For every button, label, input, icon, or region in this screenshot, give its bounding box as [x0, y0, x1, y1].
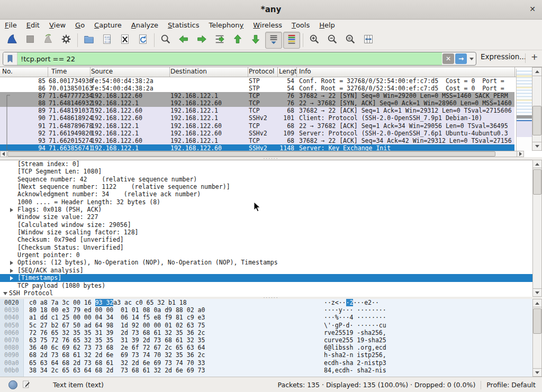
- hex-bytes[interactable]: 5c 27 b2 67 50 ad 64 98 1d 92 00 00 01 0…: [29, 322, 205, 329]
- menu-go[interactable]: Go: [70, 20, 89, 31]
- filter-bookmark-icon[interactable]: [3, 52, 17, 65]
- expand-arrow-icon[interactable]: [10, 276, 13, 280]
- hex-row-0020[interactable]: 0020c0 a8 7a 3c 00 16 93 32 85 a3 ac c0 …: [0, 299, 542, 306]
- status-profile[interactable]: Profile: Default: [486, 381, 536, 389]
- zoom-original-button[interactable]: [342, 32, 359, 49]
- restart-capture-button[interactable]: [40, 32, 57, 49]
- packet-row-85[interactable]: 8568.001734936fe:54:00:d4:38:2aSTP54Conf…: [0, 77, 514, 85]
- menu-statistics[interactable]: Statistics: [163, 20, 204, 31]
- open-file-button[interactable]: [80, 32, 97, 49]
- hex-bytes[interactable]: 80 18 00 e3 79 ed 00 00 01 01 08 0a d9 8…: [29, 306, 205, 314]
- hex-row-0070[interactable]: 007063 75 72 76 65 32 35 35 31 39 2d 73 …: [0, 336, 542, 344]
- filter-clear-icon[interactable]: ✕: [442, 53, 454, 64]
- column-separator[interactable]: [296, 67, 297, 77]
- close-file-button[interactable]: [116, 32, 133, 49]
- detail-line-12[interactable]: Urgent pointer: 0: [0, 251, 542, 259]
- go-forward-button[interactable]: [193, 32, 210, 49]
- packet-row-88[interactable]: 8871.648146932192.168.122.1192.168.122.6…: [0, 99, 514, 107]
- scroll-right-icon[interactable]: [517, 151, 524, 157]
- hex-bytes[interactable]: 38 34 2c 65 63 64 68 2d 73 68 61 32 2d 6…: [29, 367, 205, 374]
- scroll-left-icon[interactable]: [0, 151, 7, 157]
- hex-row-0050[interactable]: 00505c 27 b2 67 50 ad 64 98 1d 92 00 00 …: [0, 322, 542, 329]
- capture-comment-icon[interactable]: [22, 380, 31, 390]
- go-first-button[interactable]: [229, 32, 246, 49]
- detail-line-11[interactable]: [Checksum Status: Unverified]: [0, 244, 542, 251]
- hex-ascii[interactable]: 6@libssh .org,ecd: [324, 344, 386, 351]
- expand-arrow-icon[interactable]: [10, 261, 13, 265]
- menu-edit[interactable]: Edit: [22, 20, 44, 31]
- hex-ascii[interactable]: h-sha2-n istp256,: [324, 351, 386, 359]
- column-separator[interactable]: [169, 67, 170, 77]
- menu-file[interactable]: File: [0, 20, 22, 31]
- expression-button[interactable]: Expression...: [481, 52, 526, 61]
- column-separator[interactable]: [90, 67, 91, 77]
- hex-scroll-up-icon[interactable]: [532, 299, 542, 307]
- packet-row-87[interactable]: 8771.647777234192.168.122.60192.168.122.…: [0, 92, 514, 99]
- capture-options-button[interactable]: [58, 32, 75, 49]
- hex-row-0030[interactable]: 003080 18 00 e3 79 ed 00 00 01 01 08 0a …: [0, 306, 542, 314]
- column-header-info[interactable]: Info: [299, 68, 363, 75]
- hex-bytes[interactable]: 63 75 72 76 65 32 35 35 31 39 2d 73 68 6…: [29, 336, 205, 344]
- column-separator[interactable]: [514, 67, 515, 77]
- hex-ascii[interactable]: ···%···4 ········: [324, 314, 386, 321]
- find-packet-button[interactable]: [157, 32, 174, 49]
- packet-row-92[interactable]: 9271.661949820192.168.122.1192.168.122.6…: [0, 130, 514, 137]
- packet-row-93[interactable]: 9371.662015274192.168.122.60192.168.122.…: [0, 137, 514, 144]
- menu-analyze[interactable]: Analyze: [127, 20, 163, 31]
- display-filter-input[interactable]: [17, 52, 442, 65]
- detail-line-9[interactable]: [Window size scaling factor: 128]: [0, 229, 542, 236]
- hex-row-0090[interactable]: 009068 2d 73 68 61 32 2d 6e 69 73 74 70 …: [0, 351, 542, 359]
- packet-list-vscroll-thumb[interactable]: [532, 106, 541, 135]
- add-filter-button[interactable]: +: [531, 52, 538, 62]
- details-scroll-down-icon[interactable]: [532, 288, 542, 297]
- packet-row-91[interactable]: 9171.648789678192.168.122.1192.168.122.6…: [0, 122, 514, 130]
- save-file-button[interactable]: 010111100110: [98, 32, 115, 49]
- go-to-packet-button[interactable]: [211, 32, 228, 49]
- detail-line-5[interactable]: 1000 .... = Header Length: 32 bytes (8): [0, 198, 542, 206]
- hex-ascii[interactable]: \'·gP·d· ······cu: [324, 322, 386, 329]
- hex-row-0060[interactable]: 006072 76 65 32 35 35 31 39 2d 73 68 61 …: [0, 329, 542, 336]
- scroll-up-icon[interactable]: [532, 67, 542, 76]
- menu-tools[interactable]: Tools: [287, 20, 314, 31]
- column-header-time[interactable]: Time: [51, 68, 88, 75]
- detail-line-15[interactable]: [Timestamps]: [0, 274, 542, 281]
- hex-bytes[interactable]: 68 2d 73 68 61 32 2d 6e 69 73 74 70 32 3…: [29, 351, 205, 359]
- reload-file-button[interactable]: [134, 32, 151, 49]
- hex-row-0040[interactable]: 0040a1 dd c1 25 00 00 04 34 06 14 f5 e8 …: [0, 314, 542, 321]
- detail-line-13[interactable]: Options: (12 bytes), No-Operation (NOP),…: [0, 259, 542, 266]
- go-last-button[interactable]: [247, 32, 264, 49]
- close-icon[interactable]: ✕: [529, 5, 536, 13]
- go-back-button[interactable]: [175, 32, 192, 49]
- hex-ascii[interactable]: ····y··· ········: [324, 306, 386, 314]
- menu-capture[interactable]: Capture: [89, 20, 127, 31]
- packet-row-90[interactable]: 9071.648618924192.168.122.60192.168.122.…: [0, 114, 514, 122]
- packet-list-hscroll-thumb[interactable]: [7, 151, 495, 157]
- hex-row-00a0[interactable]: 00a065 63 64 68 2d 73 68 61 32 2d 6e 69 …: [0, 359, 542, 367]
- hex-row-00b0[interactable]: 00b038 34 2c 65 63 64 68 2d 73 68 61 32 …: [0, 367, 542, 374]
- detail-line-7[interactable]: Window size value: 227: [0, 213, 542, 221]
- stop-capture-button[interactable]: [22, 32, 39, 49]
- detail-line-0[interactable]: [Stream index: 0]: [0, 160, 542, 168]
- hex-row-0080[interactable]: 008036 40 6c 69 62 73 73 68 2e 6f 72 67 …: [0, 344, 542, 351]
- detail-line-8[interactable]: [Calculated window size: 29056]: [0, 221, 542, 229]
- expand-arrow-icon[interactable]: [10, 269, 13, 273]
- filter-history-dropdown-icon[interactable]: [467, 52, 476, 65]
- detail-line-6[interactable]: Flags: 0x018 (PSH, ACK): [0, 206, 542, 213]
- detail-line-3[interactable]: [Next sequence number: 1122 (relative se…: [0, 183, 542, 190]
- details-vscroll-thumb[interactable]: [533, 169, 541, 195]
- menu-telephony[interactable]: Telephony: [204, 20, 249, 31]
- menu-help[interactable]: Help: [314, 20, 340, 31]
- column-header-length[interactable]: Length: [279, 68, 296, 75]
- hex-bytes[interactable]: 36 40 6c 69 62 73 73 68 2e 6f 72 67 2c 6…: [29, 344, 205, 351]
- expand-arrow-icon[interactable]: [10, 208, 13, 212]
- column-separator[interactable]: [48, 67, 48, 77]
- auto-scroll-button[interactable]: [265, 32, 282, 49]
- menu-view[interactable]: View: [44, 20, 70, 31]
- column-header-source[interactable]: Source: [91, 68, 165, 75]
- hex-bytes[interactable]: c0 a8 7a 3c 00 16 93 32 85 a3 ac c0 65 3…: [29, 299, 187, 306]
- column-separator[interactable]: [248, 67, 248, 77]
- detail-line-2[interactable]: Sequence number: 42 (relative sequence n…: [0, 176, 542, 183]
- column-header-protocol[interactable]: Protocol: [249, 68, 276, 75]
- resize-columns-button[interactable]: [360, 32, 377, 49]
- detail-line-1[interactable]: [TCP Segment Len: 1080]: [0, 168, 542, 175]
